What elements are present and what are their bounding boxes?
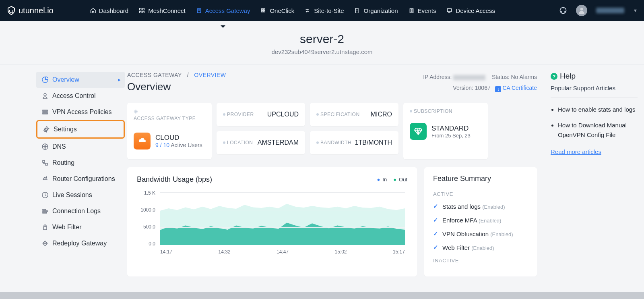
server-hostname: dev232sub4049server2.utnstage.com <box>0 48 644 55</box>
ip-value-redacted <box>453 75 485 80</box>
arrows-icon <box>305 8 311 14</box>
list-icon <box>409 8 415 14</box>
chart-body: 1.5 K1000.0500.00.0 14:1714:3214:4715:02… <box>137 190 407 255</box>
gateway-type-value: CLOUD <box>155 134 202 142</box>
sidebar: OverviewAccess ControlVPN Access Policie… <box>0 72 125 276</box>
card-bandwidth: BANDWIDTH 1TB/MONTH <box>310 131 398 154</box>
card-subscription: SUBSCRIPTION STANDARD From 25 Sep, 23 <box>403 103 488 159</box>
sidebar-item-router-configurations[interactable]: Router Configurations <box>36 171 125 187</box>
bandwidth-chart-card: Bandwidth Usage (bps) In Out 1.5 K1000.0… <box>127 167 417 276</box>
user-avatar[interactable] <box>576 5 587 16</box>
home-icon <box>90 8 96 14</box>
nav-dashboard[interactable]: Dashboard <box>90 7 128 14</box>
card-location: LOCATION AMSTERDAM <box>217 131 305 154</box>
sidebar-icon <box>42 224 48 230</box>
breadcrumb-block: ACCESS GATEWAY / OVERVIEW Overview <box>127 72 226 93</box>
sidebar-icon <box>42 208 48 214</box>
top-nav: utunnel.io DashboardMeshConnectAccess Ga… <box>0 0 644 21</box>
sidebar-icon <box>42 93 48 99</box>
server-title: server-2 <box>0 32 644 46</box>
sidebar-icon <box>43 126 50 133</box>
nav-site-to-site[interactable]: Site-to-Site <box>305 7 344 14</box>
read-more-link[interactable]: Read more articles <box>551 148 601 155</box>
check-icon: ✓ <box>433 203 438 210</box>
user-menu-caret-icon[interactable]: ▼ <box>633 8 638 13</box>
breadcrumb-sep: / <box>187 72 189 78</box>
sidebar-item-access-control[interactable]: Access Control <box>36 88 125 104</box>
legend-out: Out <box>393 176 407 183</box>
version-value: 10067 <box>475 85 491 91</box>
mesh-icon <box>139 8 145 14</box>
sidebar-icon <box>42 77 48 83</box>
grid-icon <box>260 8 266 14</box>
feature-stats-and-logs: ✓Stats and logs (Enabled) <box>433 203 528 210</box>
spec-value: MICRO <box>371 111 392 118</box>
feature-inactive-label: INACTIVE <box>433 257 528 264</box>
sidebar-item-vpn-access-policies[interactable]: VPN Access Policies <box>36 104 125 120</box>
subscription-value: STANDARD <box>431 125 471 133</box>
breadcrumb-current: OVERVIEW <box>194 72 226 78</box>
sidebar-item-web-filter[interactable]: Web Filter <box>36 219 125 235</box>
avatar-icon <box>578 7 585 14</box>
sidebar-item-redeploy-gateway[interactable]: Redeploy Gateway <box>36 235 125 251</box>
nav-organization[interactable]: Organization <box>354 7 398 14</box>
nav-meshconnect[interactable]: MeshConnect <box>139 7 186 14</box>
nav-events[interactable]: Events <box>409 7 436 14</box>
sidebar-icon <box>42 176 48 182</box>
feature-enforce-mfa: ✓Enforce MFA (Enabled) <box>433 216 528 224</box>
help-article[interactable]: How to enable stats and logs <box>558 105 638 114</box>
ip-label: IP Address: <box>423 74 452 80</box>
chart-svg <box>160 193 405 245</box>
sidebar-item-settings[interactable]: Settings <box>36 120 125 139</box>
location-label: LOCATION <box>227 140 253 145</box>
help-icon: ? <box>551 73 557 80</box>
nav-device-access[interactable]: Device Access <box>446 7 495 14</box>
nav-items: DashboardMeshConnectAccess GatewayOneCli… <box>90 7 559 14</box>
sidebar-item-dns[interactable]: DNS <box>36 139 125 155</box>
bandwidth-value: 1TB/MONTH <box>355 139 392 146</box>
brand-text: utunnel.io <box>19 6 54 15</box>
sidebar-item-overview[interactable]: Overview <box>36 72 125 88</box>
building-icon <box>354 8 360 14</box>
info-cards: ◉ ACCESS GATEWAY TYPE CLOUD 9 / 10 Activ… <box>127 103 537 159</box>
support-icon[interactable] <box>559 6 567 15</box>
sidebar-icon <box>42 192 48 198</box>
feature-web-filter: ✓Web Filter (Enabled) <box>433 244 528 251</box>
nav-right: ▼ <box>559 5 638 16</box>
chart-legend: In Out <box>377 176 407 183</box>
sidebar-item-connection-logs[interactable]: Connection Logs <box>36 203 125 219</box>
active-users[interactable]: 9 / 10 Active Users <box>155 142 202 148</box>
sidebar-icon <box>42 240 48 247</box>
card-gateway-type: ◉ ACCESS GATEWAY TYPE CLOUD 9 / 10 Activ… <box>127 103 212 159</box>
sidebar-item-live-sessions[interactable]: Live Sessions <box>36 187 125 203</box>
sidebar-item-routing[interactable]: Routing <box>36 155 125 171</box>
stack-1: PROVIDER UPCLOUD LOCATION AMSTERDAM <box>217 103 305 159</box>
ca-certificate-link[interactable]: CA Certificate <box>502 85 537 91</box>
pin-icon: ◉ <box>134 108 205 114</box>
help-title: ? Help <box>551 72 638 81</box>
bandwidth-label: BANDWIDTH <box>320 140 351 145</box>
sidebar-icon <box>42 143 48 150</box>
nav-access-gateway[interactable]: Access Gateway <box>196 7 250 14</box>
check-icon: ✓ <box>433 216 438 224</box>
card-provider: PROVIDER UPCLOUD <box>217 103 305 126</box>
logo-icon <box>6 6 16 15</box>
help-article[interactable]: How to Download Manual OpenVPN Config Fi… <box>558 120 638 139</box>
svg-text:?: ? <box>553 73 555 79</box>
header-row: ACCESS GATEWAY / OVERVIEW Overview IP Ad… <box>127 72 537 93</box>
card-specification: SPECIFICATION MICRO <box>310 103 398 126</box>
chart-plot <box>160 192 405 245</box>
brand-logo[interactable]: utunnel.io <box>6 6 54 15</box>
breadcrumb: ACCESS GATEWAY / OVERVIEW <box>127 72 226 78</box>
nav-oneclick[interactable]: OneClick <box>260 7 294 14</box>
sidebar-icon <box>42 109 48 115</box>
breadcrumb-root[interactable]: ACCESS GATEWAY <box>127 72 182 78</box>
gem-icon <box>410 123 427 140</box>
gateway-type-label: ACCESS GATEWAY TYPE <box>134 116 205 121</box>
feature-summary-card: Feature Summary ACTIVE ✓Stats and logs (… <box>424 167 537 276</box>
version-label: Version: <box>453 85 473 91</box>
feature-title: Feature Summary <box>433 174 528 183</box>
feature-vpn-obfuscation: ✓VPN Obfuscation (Enabled) <box>433 230 528 237</box>
check-icon: ✓ <box>433 230 438 237</box>
gateway-icon <box>196 8 202 14</box>
